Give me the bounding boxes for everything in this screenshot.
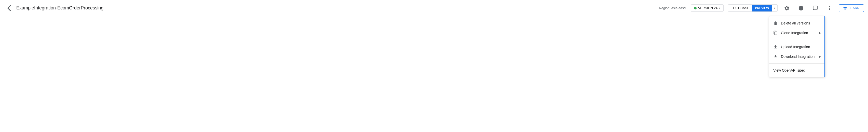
page-title: ExampleIntegration-EcomOrderProcessing	[16, 5, 659, 11]
delete-icon	[773, 21, 778, 26]
menu-item-upload-integration[interactable]: Upload Integration	[769, 42, 825, 52]
header: ExampleIntegration-EcomOrderProcessing R…	[0, 0, 868, 16]
version-status-dot	[694, 7, 696, 9]
region-label: Region: asia-east1	[659, 6, 686, 10]
version-label: VERSION 24	[698, 6, 718, 10]
comment-button[interactable]	[810, 3, 820, 13]
learn-label: LEARN	[849, 6, 860, 10]
download-integration-label: Download Integration	[781, 55, 819, 59]
menu-item-download-integration[interactable]: Download Integration ▶	[769, 52, 825, 61]
menu-item-view-openapi-spec[interactable]: View OpenAPI spec	[769, 66, 825, 75]
menu-divider-2	[769, 63, 825, 64]
menu-divider-1	[769, 40, 825, 40]
comment-icon	[812, 5, 818, 11]
delete-all-versions-label: Delete all versions	[781, 21, 821, 25]
more-options-icon	[827, 5, 832, 11]
test-case-button[interactable]: TEST CASE PREVIEW ▾	[728, 4, 777, 12]
clone-integration-label: Clone Integration	[781, 31, 819, 35]
back-icon	[4, 3, 14, 13]
dropdown-menu: Delete all versions Clone Integration ▶ …	[769, 16, 825, 77]
back-button[interactable]	[4, 3, 14, 13]
settings-button[interactable]	[782, 3, 792, 13]
upload-icon	[773, 44, 778, 49]
menu-item-clone-integration[interactable]: Clone Integration ▶	[769, 28, 825, 38]
settings-icon	[784, 5, 789, 11]
version-chevron-icon: ▾	[719, 7, 720, 9]
learn-button[interactable]: LEARN	[839, 4, 864, 12]
info-button[interactable]	[796, 3, 806, 13]
more-options-button[interactable]	[825, 3, 835, 13]
download-icon	[773, 54, 778, 59]
test-case-chevron-icon: ▾	[772, 5, 777, 11]
upload-integration-label: Upload Integration	[781, 45, 821, 49]
clone-icon	[773, 31, 778, 35]
test-case-label: TEST CASE	[728, 5, 752, 11]
download-submenu-arrow-icon: ▶	[819, 55, 821, 58]
version-button[interactable]: VERSION 24 ▾	[691, 4, 724, 12]
learn-icon	[843, 6, 847, 10]
view-openapi-spec-label: View OpenAPI spec	[773, 68, 821, 72]
menu-item-delete-all-versions[interactable]: Delete all versions	[769, 18, 825, 28]
header-actions: Region: asia-east1 VERSION 24 ▾ TEST CAS…	[659, 3, 864, 13]
preview-badge: PREVIEW	[752, 5, 772, 11]
clone-submenu-arrow-icon: ▶	[819, 31, 821, 35]
info-icon	[798, 5, 804, 11]
